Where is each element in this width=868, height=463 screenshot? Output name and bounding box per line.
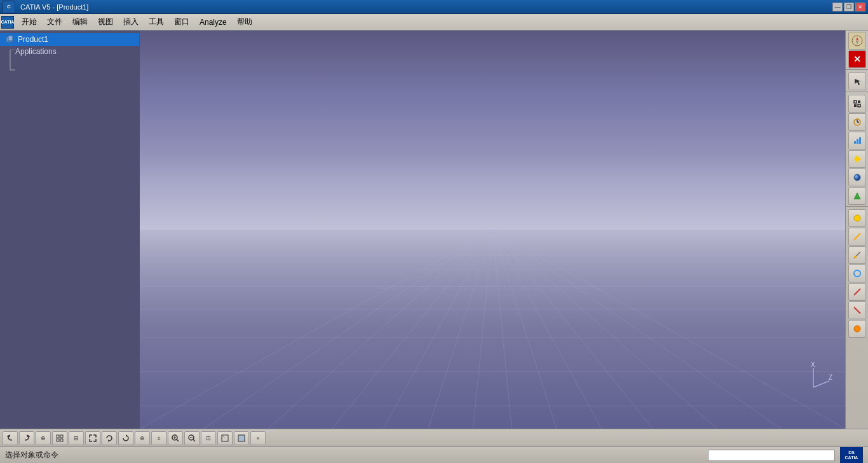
constraint-button[interactable]: ⊕: [36, 431, 51, 445]
catia-logo: CATIA: [1, 16, 14, 29]
window-title: CATIA V5 - [Product1]: [20, 3, 88, 11]
redo-button[interactable]: [19, 431, 34, 445]
svg-line-58: [854, 289, 860, 295]
menu-window[interactable]: 窗口: [169, 14, 194, 30]
svg-point-46: [855, 156, 860, 162]
svg-text:X: X: [811, 362, 815, 368]
wireframe-button[interactable]: [217, 431, 233, 445]
tree-applications[interactable]: Applications: [0, 46, 139, 57]
normal-view-button[interactable]: ⊡: [201, 431, 216, 445]
snap-grid-button[interactable]: ⊟: [69, 431, 84, 445]
axis-svg: Z X: [794, 362, 832, 394]
rotate-view-icon: [105, 434, 114, 443]
menu-view[interactable]: 视图: [93, 14, 118, 30]
svg-marker-33: [856, 37, 858, 41]
point-tool-button[interactable]: [848, 246, 866, 264]
titlebar-controls[interactable]: — ❐ ✕: [832, 3, 865, 11]
svg-rect-39: [858, 104, 860, 107]
svg-line-24: [492, 230, 653, 429]
app-logo: C: [3, 1, 15, 13]
zoom-in-icon: [171, 434, 180, 443]
tree-product1[interactable]: Product1: [0, 33, 139, 46]
close-button[interactable]: ✕: [855, 3, 865, 11]
diagonal2-icon: [853, 306, 862, 315]
compass-button[interactable]: [848, 32, 866, 50]
svg-point-56: [854, 256, 857, 258]
pan-button[interactable]: [118, 431, 133, 445]
svg-line-16: [268, 230, 492, 429]
status-text: 选择对象或命令: [5, 450, 703, 460]
svg-marker-34: [856, 41, 858, 45]
point-tool-icon: [853, 251, 862, 259]
material-icon: [853, 173, 862, 182]
grid-button[interactable]: [52, 431, 67, 445]
product-icon: [5, 34, 15, 45]
menu-edit[interactable]: 编辑: [67, 14, 93, 30]
command-input[interactable]: [708, 450, 835, 461]
diagonal-button[interactable]: [848, 283, 866, 301]
zoom-fit-button[interactable]: ⊕: [135, 431, 150, 445]
axis-indicator: Z X: [794, 362, 832, 394]
shaded-button[interactable]: [234, 431, 249, 445]
render-button[interactable]: [848, 187, 866, 205]
svg-rect-36: [854, 100, 857, 103]
shaded-icon: [237, 434, 246, 443]
svg-line-74: [193, 439, 195, 441]
menu-tools[interactable]: 工具: [144, 14, 169, 30]
svg-rect-65: [57, 439, 59, 441]
light-icon: [853, 155, 862, 163]
wireframe-icon: [220, 434, 229, 443]
material-button[interactable]: [848, 169, 866, 186]
restore-button[interactable]: ❐: [844, 3, 854, 11]
circle-tool-button[interactable]: [848, 265, 866, 282]
zoom-area-button[interactable]: ±: [151, 431, 166, 445]
3d-viewport[interactable]: Z X: [140, 31, 845, 429]
arrow-select-button[interactable]: [848, 73, 866, 90]
svg-rect-63: [57, 435, 59, 438]
line-tool-button[interactable]: [848, 228, 866, 245]
zoom-out-button[interactable]: [184, 431, 200, 445]
snap-icon: [853, 99, 862, 108]
svg-line-15: [204, 230, 492, 429]
diagonal-icon: [853, 287, 862, 296]
svg-point-57: [854, 270, 860, 277]
menu-file[interactable]: 文件: [42, 14, 67, 30]
zoom-out-icon: [187, 434, 196, 443]
left-panel: Product1 Applications: [0, 31, 140, 429]
svg-rect-66: [60, 439, 63, 441]
menu-start[interactable]: 开始: [17, 14, 42, 30]
light-button[interactable]: [848, 150, 866, 168]
diagonal2-button[interactable]: [848, 301, 866, 319]
right-toolbar: ✕: [845, 31, 868, 429]
rotate-view-button[interactable]: [102, 431, 117, 445]
circle-tool-icon: [853, 269, 862, 278]
measure-button[interactable]: [848, 113, 866, 131]
grid-icon: [55, 434, 64, 443]
undo-button[interactable]: [3, 431, 18, 445]
grid-svg: [140, 230, 845, 429]
menu-help[interactable]: 帮助: [232, 14, 257, 30]
orange-dot-button[interactable]: [848, 320, 866, 338]
product1-label: Product1: [18, 35, 48, 44]
close-red-button[interactable]: ✕: [848, 50, 866, 68]
svg-line-77: [222, 435, 225, 438]
svg-rect-37: [858, 100, 860, 103]
fit-all-button[interactable]: [85, 431, 100, 445]
menu-insert[interactable]: 插入: [118, 14, 144, 30]
chart-button[interactable]: [848, 132, 866, 149]
ground-plane: [140, 230, 845, 429]
render-icon: [853, 191, 862, 200]
svg-point-60: [854, 326, 860, 332]
snap-button[interactable]: [848, 95, 866, 113]
svg-marker-67: [108, 439, 109, 442]
menu-bar: CATIA 开始 文件 编辑 视图 插入 工具 窗口 Analyze 帮助: [0, 14, 868, 31]
tree-lines: [5, 50, 18, 75]
svg-line-14: [140, 230, 492, 429]
menu-analyze[interactable]: Analyze: [194, 14, 232, 30]
minimize-button[interactable]: —: [832, 3, 843, 11]
svg-marker-35: [855, 79, 861, 85]
yellow-circle-button[interactable]: [848, 209, 866, 227]
svg-rect-43: [854, 141, 856, 144]
zoom-in-button[interactable]: [168, 431, 183, 445]
more-button[interactable]: »: [250, 431, 266, 445]
